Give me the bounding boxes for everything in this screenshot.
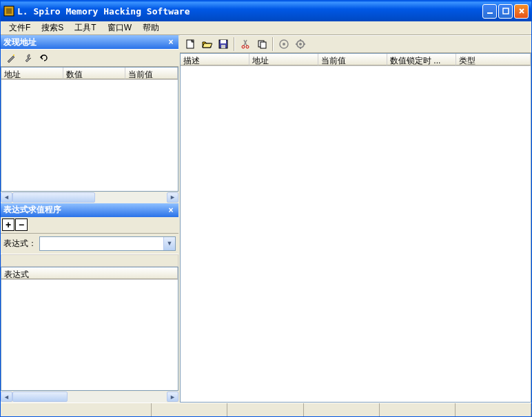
status-cell — [227, 403, 303, 416]
menu-window[interactable]: 窗口W — [102, 21, 137, 35]
svg-rect-3 — [503, 8, 509, 14]
wrench-icon[interactable] — [20, 50, 35, 65]
scroll-right-icon[interactable]: ► — [167, 192, 178, 203]
expr-spacer — [1, 254, 178, 267]
svg-rect-12 — [260, 42, 266, 48]
svg-point-9 — [242, 45, 245, 48]
target-icon[interactable] — [276, 37, 291, 52]
found-toolbar — [1, 49, 178, 67]
window-title: L. Spiro Memory Hacking Software — [17, 6, 482, 17]
svg-point-14 — [283, 43, 285, 45]
status-cell — [456, 403, 531, 416]
expr-table: 表达式 — [1, 267, 178, 391]
scroll-thumb[interactable] — [12, 192, 95, 203]
status-cell — [380, 403, 456, 416]
titlebar: L. Spiro Memory Hacking Software — [1, 1, 531, 21]
main-toolbar — [180, 35, 531, 53]
status-cell — [152, 403, 227, 416]
found-panel-title: 发现地址 — [3, 37, 166, 48]
add-button[interactable]: + — [2, 218, 14, 231]
new-icon[interactable] — [183, 37, 198, 52]
main-col-locktime[interactable]: 数值锁定时 ... — [387, 54, 456, 65]
scroll-left-icon[interactable]: ◄ — [1, 391, 12, 402]
main-table: 描述 地址 当前值 数值锁定时 ... 类型 — [180, 53, 531, 403]
menu-tools[interactable]: 工具T — [69, 21, 101, 35]
expr-input-row: 表达式： ▼ — [1, 234, 178, 254]
maximize-button[interactable] — [498, 4, 513, 19]
expr-panel-header: 表达式求值程序 × — [1, 203, 178, 217]
found-col-current[interactable]: 当前值 — [125, 68, 178, 79]
found-panel-header: 发现地址 × — [1, 35, 178, 49]
svg-rect-7 — [221, 40, 226, 43]
remove-button[interactable]: − — [15, 218, 28, 231]
status-cell — [1, 403, 152, 416]
expr-toolbar: + − — [1, 217, 178, 234]
svg-rect-1 — [6, 8, 12, 14]
expr-scrollbar[interactable]: ◄ ► — [1, 391, 178, 403]
found-panel-close-icon[interactable]: × — [166, 37, 176, 47]
expr-panel-title: 表达式求值程序 — [3, 204, 166, 216]
main-col-type[interactable]: 类型 — [456, 54, 531, 65]
gear-icon[interactable] — [293, 37, 308, 52]
expr-input[interactable] — [40, 237, 163, 250]
found-scrollbar[interactable]: ◄ ► — [1, 192, 178, 203]
svg-rect-8 — [221, 45, 225, 48]
redo-icon[interactable] — [37, 50, 52, 65]
dropdown-icon[interactable]: ▼ — [163, 237, 175, 250]
scroll-left-icon[interactable]: ◄ — [1, 192, 12, 203]
app-icon — [3, 6, 14, 17]
menu-search[interactable]: 搜索S — [36, 21, 69, 35]
expr-col[interactable]: 表达式 — [1, 267, 178, 279]
svg-rect-2 — [487, 12, 493, 14]
main-col-desc[interactable]: 描述 — [181, 54, 249, 65]
main-col-address[interactable]: 地址 — [249, 54, 318, 65]
close-button[interactable] — [514, 4, 529, 19]
main-col-current[interactable]: 当前值 — [318, 54, 387, 65]
found-col-address[interactable]: 地址 — [1, 68, 63, 79]
status-cell — [304, 403, 380, 416]
found-table: 地址 数值 当前值 — [1, 67, 178, 192]
cut-icon[interactable] — [238, 37, 253, 52]
expr-combobox[interactable]: ▼ — [39, 236, 176, 251]
svg-point-10 — [246, 45, 249, 48]
svg-point-16 — [299, 43, 302, 45]
svg-point-4 — [13, 54, 14, 56]
scroll-thumb[interactable] — [12, 391, 68, 402]
copy-icon[interactable] — [254, 37, 269, 52]
menu-file[interactable]: 文件F — [3, 21, 36, 35]
open-icon[interactable] — [199, 37, 214, 52]
minimize-button[interactable] — [482, 4, 497, 19]
expr-label: 表达式： — [3, 238, 37, 250]
expr-panel-close-icon[interactable]: × — [166, 205, 176, 215]
menu-help[interactable]: 帮助 — [137, 21, 165, 35]
statusbar — [1, 403, 531, 416]
wand-icon[interactable] — [3, 50, 19, 65]
found-col-value[interactable]: 数值 — [63, 68, 125, 79]
save-icon[interactable] — [216, 37, 231, 52]
menubar: 文件F 搜索S 工具T 窗口W 帮助 — [1, 21, 531, 35]
scroll-right-icon[interactable]: ► — [167, 391, 178, 402]
